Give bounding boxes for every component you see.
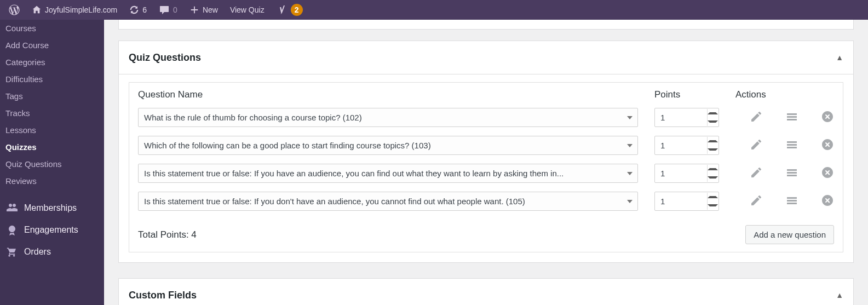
site-name-link[interactable]: JoyfulSimpleLife.com	[27, 0, 122, 20]
delete-button[interactable]	[821, 166, 834, 181]
bars-icon	[785, 110, 798, 123]
col-actions: Actions	[735, 89, 834, 100]
users-icon	[7, 203, 18, 214]
pencil-icon	[750, 138, 763, 151]
update-icon	[129, 5, 139, 15]
number-spinner[interactable]	[707, 109, 718, 126]
col-points: Points	[654, 89, 735, 100]
sidebar-item-add-course[interactable]: Add Course	[0, 37, 104, 54]
question-row: Which of the following can be a good pla…	[129, 131, 843, 159]
pencil-icon	[750, 166, 763, 179]
close-circle-icon	[821, 166, 834, 179]
delete-button[interactable]	[821, 110, 834, 125]
question-select-value: Is this statement true or false: If you …	[138, 192, 638, 211]
delete-button[interactable]	[821, 194, 834, 209]
table-header-row: Question Name Points Actions	[129, 83, 843, 103]
pencil-icon	[750, 194, 763, 207]
points-cell: 1	[654, 108, 735, 127]
sidebar-item-quiz-questions[interactable]: Quiz Questions	[0, 156, 104, 172]
add-question-button[interactable]: Add a new question	[745, 225, 834, 244]
actions-cell	[735, 194, 834, 209]
collapse-icon[interactable]: ▲	[836, 291, 843, 300]
bars-icon	[785, 166, 798, 179]
question-select[interactable]: What is the rule of thumb for choosing a…	[138, 108, 638, 127]
points-cell: 1	[654, 136, 735, 155]
pencil-icon	[750, 110, 763, 123]
col-question-name: Question Name	[138, 89, 654, 100]
table-footer: Total Points: 4 Add a new question	[129, 215, 843, 252]
number-spinner[interactable]	[707, 137, 718, 154]
points-input[interactable]: 1	[654, 164, 719, 183]
sidebar-item-quizzes[interactable]: Quizzes	[0, 139, 104, 156]
edit-button[interactable]	[750, 194, 763, 209]
delete-button[interactable]	[821, 138, 834, 153]
question-row: Is this statement true or false: If you …	[129, 159, 843, 187]
question-row: Is this statement true or false: If you …	[129, 187, 843, 215]
drag-handle[interactable]	[785, 138, 798, 153]
close-circle-icon	[821, 194, 834, 207]
actions-cell	[735, 110, 834, 125]
drag-handle[interactable]	[785, 166, 798, 181]
sidebar-item-lessons[interactable]: Lessons	[0, 122, 104, 139]
sidebar-item-memberships[interactable]: Memberships	[0, 197, 104, 219]
award-icon	[7, 225, 18, 235]
total-points-label: Total Points: 4	[138, 229, 197, 240]
new-label: New	[203, 5, 218, 14]
bars-icon	[785, 194, 798, 207]
sidebar-item-orders[interactable]: Orders	[0, 241, 104, 263]
question-select[interactable]: Is this statement true or false: If you …	[138, 164, 638, 183]
points-cell: 1	[654, 192, 735, 211]
updates-count: 6	[142, 5, 147, 14]
question-row: What is the rule of thumb for choosing a…	[129, 103, 843, 131]
actions-cell	[735, 138, 834, 153]
custom-fields-panel-header[interactable]: Custom Fields ▲	[118, 278, 854, 305]
number-spinner[interactable]	[707, 165, 718, 182]
comments-link[interactable]: 0	[154, 0, 182, 20]
number-spinner[interactable]	[707, 193, 718, 210]
chevron-down-icon	[627, 172, 633, 175]
close-circle-icon	[821, 138, 834, 151]
sidebar-item-engagements[interactable]: Engagements	[0, 219, 104, 241]
edit-button[interactable]	[750, 166, 763, 181]
wp-logo[interactable]	[4, 0, 24, 20]
cart-icon	[7, 246, 18, 257]
sidebar-item-tags[interactable]: Tags	[0, 88, 104, 105]
admin-top-bar: JoyfulSimpleLife.com 6 0 New View Quiz 2	[0, 0, 868, 20]
yoast-link[interactable]: 2	[272, 0, 307, 20]
points-input[interactable]: 1	[654, 192, 719, 211]
edit-button[interactable]	[750, 110, 763, 125]
question-select-value: What is the rule of thumb for choosing a…	[138, 108, 638, 127]
content-area: Quiz Questions ▲ Question Name Points Ac…	[104, 20, 868, 305]
chevron-down-icon	[627, 144, 633, 147]
sidebar-item-tracks[interactable]: Tracks	[0, 105, 104, 122]
site-name: JoyfulSimpleLife.com	[45, 5, 117, 14]
points-input[interactable]: 1	[654, 108, 719, 127]
close-circle-icon	[821, 110, 834, 123]
yoast-icon	[277, 4, 288, 15]
drag-handle[interactable]	[785, 110, 798, 125]
collapse-icon[interactable]: ▲	[836, 53, 843, 62]
points-cell: 1	[654, 164, 735, 183]
prev-panel-bottom	[118, 20, 854, 30]
question-select-value: Is this statement true or false: If you …	[138, 164, 638, 183]
comments-count: 0	[173, 5, 177, 14]
updates-link[interactable]: 6	[125, 0, 151, 20]
new-content-link[interactable]: New	[185, 0, 222, 20]
sidebar-item-categories[interactable]: Categories	[0, 54, 104, 71]
question-select[interactable]: Which of the following can be a good pla…	[138, 136, 638, 155]
question-select[interactable]: Is this statement true or false: If you …	[138, 192, 638, 211]
panel-title: Quiz Questions	[129, 52, 201, 64]
admin-sidebar: CoursesAdd CourseCategoriesDifficultiesT…	[0, 20, 104, 305]
home-icon	[32, 5, 42, 15]
edit-button[interactable]	[750, 138, 763, 153]
quiz-questions-panel-body: Question Name Points Actions What is the…	[118, 74, 854, 263]
sidebar-item-reviews[interactable]: Reviews	[0, 172, 104, 189]
bars-icon	[785, 138, 798, 151]
points-input[interactable]: 1	[654, 136, 719, 155]
view-quiz-label: View Quiz	[230, 5, 265, 14]
sidebar-item-difficulties[interactable]: Difficulties	[0, 71, 104, 88]
view-quiz-link[interactable]: View Quiz	[226, 0, 269, 20]
drag-handle[interactable]	[785, 194, 798, 209]
quiz-questions-panel-header[interactable]: Quiz Questions ▲	[118, 41, 854, 74]
sidebar-item-courses[interactable]: Courses	[0, 20, 104, 37]
